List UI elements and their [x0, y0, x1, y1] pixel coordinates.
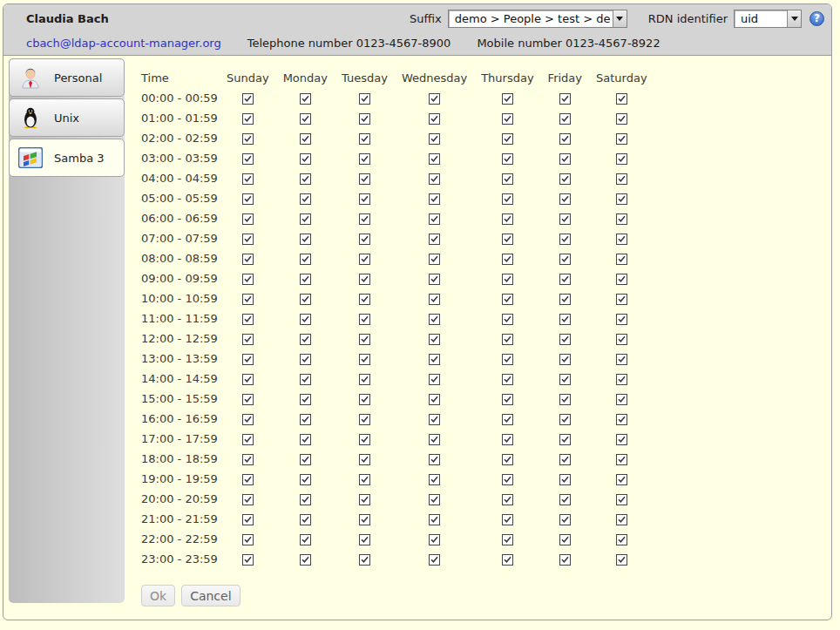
- hour-checkbox[interactable]: [429, 274, 440, 285]
- hour-checkbox[interactable]: [359, 474, 370, 485]
- hour-checkbox[interactable]: [429, 454, 440, 465]
- hour-checkbox[interactable]: [616, 454, 627, 465]
- hour-checkbox[interactable]: [502, 394, 513, 405]
- hour-checkbox[interactable]: [242, 374, 254, 385]
- hour-checkbox[interactable]: [559, 374, 571, 385]
- chevron-down-icon[interactable]: [613, 10, 627, 27]
- hour-checkbox[interactable]: [242, 454, 254, 465]
- hour-checkbox[interactable]: [429, 193, 440, 205]
- hour-checkbox[interactable]: [559, 173, 571, 185]
- hour-checkbox[interactable]: [359, 193, 370, 205]
- hour-checkbox[interactable]: [242, 394, 254, 405]
- hour-checkbox[interactable]: [616, 434, 627, 445]
- hour-checkbox[interactable]: [242, 274, 254, 285]
- hour-checkbox[interactable]: [616, 494, 627, 505]
- hour-checkbox[interactable]: [429, 133, 440, 145]
- hour-checkbox[interactable]: [300, 173, 311, 185]
- hour-checkbox[interactable]: [242, 133, 254, 145]
- hour-checkbox[interactable]: [616, 474, 627, 485]
- hour-checkbox[interactable]: [429, 173, 440, 185]
- tab-unix[interactable]: Unix: [9, 98, 125, 137]
- hour-checkbox[interactable]: [429, 554, 440, 566]
- hour-checkbox[interactable]: [559, 334, 571, 345]
- hour-checkbox[interactable]: [359, 454, 370, 465]
- hour-checkbox[interactable]: [300, 113, 311, 125]
- hour-checkbox[interactable]: [300, 474, 311, 485]
- hour-checkbox[interactable]: [359, 294, 370, 305]
- hour-checkbox[interactable]: [300, 274, 311, 285]
- hour-checkbox[interactable]: [616, 354, 627, 365]
- hour-checkbox[interactable]: [359, 554, 370, 566]
- hour-checkbox[interactable]: [502, 234, 513, 245]
- hour-checkbox[interactable]: [502, 454, 513, 465]
- tab-samba-3[interactable]: Samba 3: [9, 139, 125, 177]
- hour-checkbox[interactable]: [559, 153, 571, 165]
- hour-checkbox[interactable]: [242, 554, 254, 566]
- hour-checkbox[interactable]: [359, 254, 370, 265]
- hour-checkbox[interactable]: [242, 113, 254, 125]
- hour-checkbox[interactable]: [616, 514, 627, 525]
- hour-checkbox[interactable]: [300, 514, 311, 525]
- hour-checkbox[interactable]: [502, 173, 513, 185]
- hour-checkbox[interactable]: [300, 234, 311, 245]
- hour-checkbox[interactable]: [559, 93, 571, 105]
- tab-personal[interactable]: Personal: [9, 58, 125, 97]
- hour-checkbox[interactable]: [502, 213, 513, 225]
- hour-checkbox[interactable]: [359, 133, 370, 145]
- hour-checkbox[interactable]: [300, 554, 311, 566]
- hour-checkbox[interactable]: [559, 133, 571, 145]
- hour-checkbox[interactable]: [242, 193, 254, 205]
- hour-checkbox[interactable]: [359, 93, 370, 105]
- hour-checkbox[interactable]: [429, 93, 440, 105]
- hour-checkbox[interactable]: [429, 334, 440, 345]
- hour-checkbox[interactable]: [242, 153, 254, 165]
- hour-checkbox[interactable]: [559, 193, 571, 205]
- hour-checkbox[interactable]: [300, 454, 311, 465]
- hour-checkbox[interactable]: [559, 113, 571, 125]
- hour-checkbox[interactable]: [616, 113, 627, 125]
- hour-checkbox[interactable]: [300, 193, 311, 205]
- hour-checkbox[interactable]: [242, 514, 254, 525]
- hour-checkbox[interactable]: [300, 93, 311, 105]
- hour-checkbox[interactable]: [502, 334, 513, 345]
- hour-checkbox[interactable]: [359, 354, 370, 365]
- hour-checkbox[interactable]: [300, 374, 311, 385]
- suffix-select[interactable]: demo > People > test > de: [448, 10, 627, 28]
- hour-checkbox[interactable]: [559, 514, 571, 525]
- hour-checkbox[interactable]: [300, 394, 311, 405]
- hour-checkbox[interactable]: [300, 334, 311, 345]
- hour-checkbox[interactable]: [429, 294, 440, 305]
- hour-checkbox[interactable]: [616, 153, 627, 165]
- hour-checkbox[interactable]: [300, 133, 311, 145]
- hour-checkbox[interactable]: [616, 374, 627, 385]
- hour-checkbox[interactable]: [359, 494, 370, 505]
- hour-checkbox[interactable]: [242, 494, 254, 505]
- hour-checkbox[interactable]: [300, 314, 311, 325]
- hour-checkbox[interactable]: [559, 494, 571, 505]
- hour-checkbox[interactable]: [616, 254, 627, 265]
- hour-checkbox[interactable]: [559, 234, 571, 245]
- hour-checkbox[interactable]: [502, 434, 513, 445]
- hour-checkbox[interactable]: [359, 234, 370, 245]
- hour-checkbox[interactable]: [359, 514, 370, 525]
- hour-checkbox[interactable]: [429, 113, 440, 125]
- hour-checkbox[interactable]: [559, 314, 571, 325]
- hour-checkbox[interactable]: [559, 554, 571, 566]
- hour-checkbox[interactable]: [242, 414, 254, 425]
- hour-checkbox[interactable]: [242, 534, 254, 545]
- hour-checkbox[interactable]: [429, 354, 440, 365]
- hour-checkbox[interactable]: [359, 274, 370, 285]
- hour-checkbox[interactable]: [559, 394, 571, 405]
- cancel-button[interactable]: Cancel: [181, 585, 240, 606]
- hour-checkbox[interactable]: [429, 414, 440, 425]
- hour-checkbox[interactable]: [502, 414, 513, 425]
- hour-checkbox[interactable]: [429, 374, 440, 385]
- hour-checkbox[interactable]: [616, 274, 627, 285]
- hour-checkbox[interactable]: [559, 354, 571, 365]
- hour-checkbox[interactable]: [242, 354, 254, 365]
- hour-checkbox[interactable]: [242, 334, 254, 345]
- hour-checkbox[interactable]: [300, 213, 311, 225]
- hour-checkbox[interactable]: [616, 294, 627, 305]
- hour-checkbox[interactable]: [300, 294, 311, 305]
- hour-checkbox[interactable]: [300, 494, 311, 505]
